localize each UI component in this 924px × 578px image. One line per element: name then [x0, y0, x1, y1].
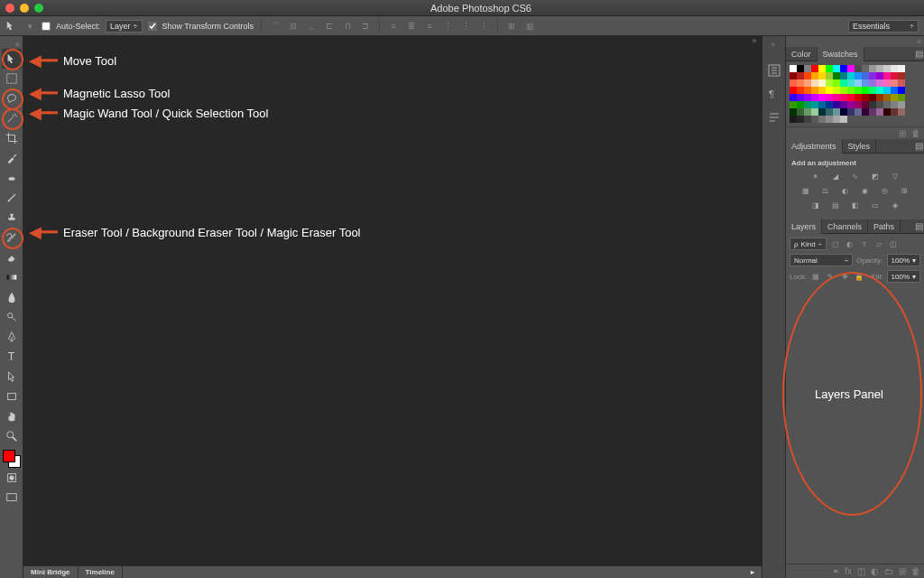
- opacity-field[interactable]: 100%▾: [887, 254, 920, 266]
- history-panel-icon[interactable]: [767, 63, 781, 78]
- history-brush-tool[interactable]: [2, 228, 22, 247]
- swatch[interactable]: [855, 108, 862, 116]
- channel-mixer-icon[interactable]: ◎: [879, 185, 892, 196]
- auto-select-checkbox[interactable]: [42, 22, 51, 31]
- swatch[interactable]: [855, 65, 862, 72]
- swatch[interactable]: [869, 101, 876, 108]
- swatch[interactable]: [811, 116, 818, 123]
- fill-adjust-icon[interactable]: ◐: [871, 566, 879, 576]
- swatch[interactable]: [869, 108, 876, 116]
- swatch[interactable]: [898, 72, 905, 79]
- balance-icon[interactable]: ⚖: [819, 185, 832, 196]
- align-vmid-icon[interactable]: ⊟: [287, 20, 300, 33]
- swatch[interactable]: [818, 65, 826, 72]
- swatch[interactable]: [804, 108, 811, 116]
- swatch[interactable]: [804, 101, 811, 108]
- collapse-icon[interactable]: »: [771, 40, 785, 54]
- swatch[interactable]: [876, 72, 883, 79]
- swatch[interactable]: [797, 72, 804, 79]
- swatch[interactable]: [876, 65, 883, 72]
- panel-menu-icon[interactable]: ▤: [913, 219, 924, 233]
- new-layer-icon[interactable]: ⊞: [899, 566, 906, 576]
- vibrance-icon[interactable]: ▽: [889, 171, 901, 182]
- zoom-tool[interactable]: [2, 426, 22, 446]
- swatch[interactable]: [898, 108, 905, 116]
- lock-trans-icon[interactable]: ▦: [810, 271, 821, 282]
- swatch[interactable]: [826, 108, 833, 116]
- swatch[interactable]: [790, 87, 797, 94]
- align-bottom-icon[interactable]: ⎵: [305, 20, 318, 33]
- hue-icon[interactable]: ▦: [799, 185, 812, 196]
- dist-right-icon[interactable]: ⋮: [477, 20, 490, 33]
- swatch[interactable]: [797, 101, 804, 108]
- swatch[interactable]: [804, 94, 811, 101]
- swatch[interactable]: [840, 79, 847, 87]
- swatch[interactable]: [790, 94, 797, 101]
- shape-tool[interactable]: [2, 387, 22, 406]
- fx-icon[interactable]: fx: [845, 566, 852, 576]
- panel-menu-icon[interactable]: ▤: [913, 139, 924, 153]
- lookup-icon[interactable]: ⊞: [899, 185, 911, 196]
- filter-shape-icon[interactable]: ▱: [873, 238, 884, 249]
- swatches-grid[interactable]: [786, 61, 924, 126]
- swatch[interactable]: [826, 87, 833, 94]
- swatch[interactable]: [883, 87, 891, 94]
- levels-icon[interactable]: ◢: [829, 171, 842, 182]
- swatch[interactable]: [862, 65, 869, 72]
- swatch[interactable]: [883, 72, 891, 79]
- threshold-icon[interactable]: ◧: [849, 200, 862, 210]
- dist-h-icon[interactable]: ⋮: [459, 20, 472, 33]
- tab-mini-bridge[interactable]: Mini Bridge: [23, 566, 79, 578]
- swatch[interactable]: [826, 65, 833, 72]
- tab-color[interactable]: Color: [786, 47, 818, 61]
- swatch[interactable]: [818, 101, 826, 108]
- swatch[interactable]: [797, 87, 804, 94]
- expand-icon[interactable]: ▸: [744, 566, 762, 578]
- collapse-icon[interactable]: «: [15, 40, 23, 49]
- swatch[interactable]: [891, 101, 898, 108]
- swatch[interactable]: [840, 94, 847, 101]
- color-swatches[interactable]: [3, 450, 21, 468]
- filter-kind[interactable]: ρKind÷: [790, 238, 827, 250]
- dist-bottom-icon[interactable]: ≡: [423, 20, 436, 33]
- swatch[interactable]: [862, 108, 869, 116]
- swatch[interactable]: [876, 101, 883, 108]
- swatch[interactable]: [862, 72, 869, 79]
- swatch[interactable]: [891, 65, 898, 72]
- gradient-map-icon[interactable]: ▭: [869, 200, 882, 210]
- filter-type-icon[interactable]: T: [859, 238, 870, 249]
- swatch[interactable]: [818, 72, 826, 79]
- swatch[interactable]: [855, 72, 862, 79]
- swatch[interactable]: [840, 72, 847, 79]
- swatch[interactable]: [869, 94, 876, 101]
- exposure-icon[interactable]: ◩: [869, 171, 882, 182]
- gradient-tool[interactable]: [2, 267, 22, 287]
- swatch[interactable]: [804, 87, 811, 94]
- swatch[interactable]: [818, 87, 826, 94]
- type-tool[interactable]: T: [2, 347, 22, 367]
- new-swatch-icon[interactable]: ⊞: [899, 128, 906, 138]
- tab-layers[interactable]: Layers: [786, 219, 822, 234]
- align-right-icon[interactable]: ⊐: [359, 20, 372, 33]
- swatch[interactable]: [818, 79, 826, 87]
- crop-tool[interactable]: [2, 128, 22, 148]
- auto-select-mode[interactable]: Layer ÷: [106, 20, 142, 33]
- fill-field[interactable]: 100%▾: [887, 270, 920, 283]
- swatch[interactable]: [883, 79, 891, 87]
- tab-channels[interactable]: Channels: [822, 219, 868, 233]
- magic-wand-tool[interactable]: [2, 108, 22, 128]
- swatch[interactable]: [855, 101, 862, 108]
- bw-icon[interactable]: ◐: [839, 185, 852, 196]
- swatch[interactable]: [833, 94, 840, 101]
- swatch[interactable]: [833, 65, 840, 72]
- show-transform-checkbox[interactable]: [148, 22, 157, 31]
- posterize-icon[interactable]: ▤: [829, 200, 842, 210]
- swatch[interactable]: [804, 65, 811, 72]
- filter-pixel-icon[interactable]: ▢: [830, 238, 841, 249]
- dist-v-icon[interactable]: ≣: [405, 20, 418, 33]
- tab-styles[interactable]: Styles: [843, 139, 877, 153]
- swatch[interactable]: [826, 101, 833, 108]
- dist-left-icon[interactable]: ⋮: [441, 20, 454, 33]
- delete-swatch-icon[interactable]: 🗑: [911, 128, 920, 138]
- swatch[interactable]: [876, 94, 883, 101]
